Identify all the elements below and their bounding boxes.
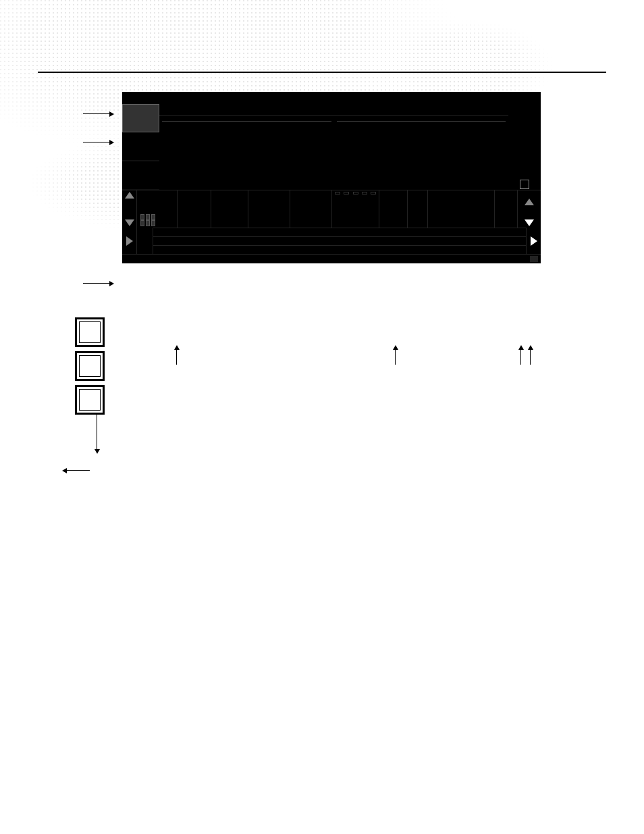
tab-planview[interactable]	[122, 132, 159, 161]
down-icon[interactable]	[125, 219, 134, 226]
page-footer	[38, 802, 55, 810]
arrow-icon	[176, 346, 177, 365]
left-tabs	[122, 104, 159, 190]
tab-cuelist[interactable]	[122, 104, 159, 132]
right-icon[interactable]	[126, 236, 133, 246]
down-icon[interactable]	[525, 219, 534, 226]
divider-label	[159, 116, 508, 126]
arrow-icon	[530, 346, 531, 365]
scroll-indicator[interactable]	[520, 180, 529, 189]
arrow-icon	[520, 346, 521, 365]
arrow-icon	[83, 283, 113, 284]
key[interactable]	[75, 317, 105, 347]
up-icon[interactable]	[525, 199, 534, 205]
up-icon[interactable]	[125, 192, 134, 199]
hist-button[interactable]	[137, 228, 153, 254]
cmd-history	[153, 228, 526, 236]
arrow-icon	[83, 142, 113, 142]
console-screenshot	[103, 92, 541, 263]
arrow-icon	[395, 346, 396, 365]
cue-grid	[159, 104, 508, 190]
top-bar	[122, 92, 541, 104]
cues-label	[262, 97, 402, 99]
cmd-line	[153, 236, 526, 245]
right-solid-icon[interactable]	[531, 236, 537, 246]
key[interactable]	[75, 351, 105, 381]
title-rule	[38, 72, 606, 73]
tab-utilities[interactable]	[122, 161, 159, 190]
stack-label	[122, 97, 262, 99]
arrow-icon	[63, 470, 90, 471]
status-bar	[122, 190, 541, 228]
cmd-next	[153, 245, 526, 254]
arrow-icon	[83, 113, 113, 114]
key[interactable]	[75, 385, 105, 415]
plus-indicator	[530, 256, 538, 262]
